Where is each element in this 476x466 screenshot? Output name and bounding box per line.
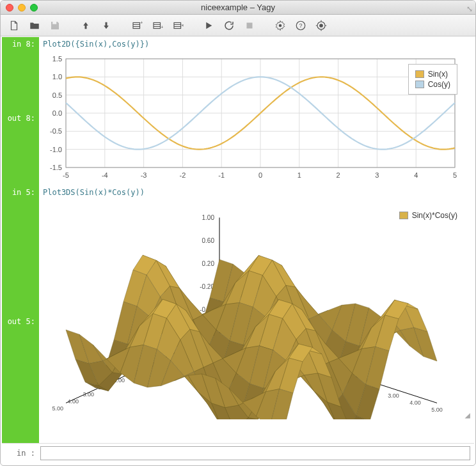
plot2d-legend: Sin(x) Cos(y) [408,64,457,95]
cell-gutter: out 8: [2,51,39,185]
svg-text:5: 5 [453,171,457,179]
command-input[interactable] [40,446,470,460]
svg-text:0.20: 0.20 [202,260,215,267]
cell-out-5: out 5: -1.00-0.60-0.200.200.601.00-5.00-… [2,199,474,443]
svg-text:-4: -4 [102,171,108,179]
cell-in-8: in 8: Plot2D({Sin(x),Cos(y)}) [2,37,474,51]
move-up-button[interactable] [77,17,94,34]
cell-gutter: in 5: [2,185,39,199]
svg-rect-0 [133,22,140,28]
svg-text:+: + [140,20,143,24]
titlebar: niceexample – Yagy ⤡ [1,1,475,15]
svg-text:+: + [161,25,163,29]
move-down-button[interactable] [98,17,115,34]
open-file-button[interactable] [26,17,43,34]
legend-item-sin: Sin(x) [415,70,450,79]
stop-button[interactable] [241,17,258,34]
toolbar: + + × ? [1,15,475,36]
reload-button[interactable] [221,17,237,34]
svg-text:5.00: 5.00 [52,405,63,412]
cell-code[interactable]: Plot3DS(Sin(x)*Cos(y)) [39,185,474,199]
insert-above-button[interactable]: + [129,17,145,34]
svg-text:3.00: 3.00 [388,392,399,399]
help-button[interactable]: ? [292,17,309,34]
settings-button[interactable] [272,17,289,34]
run-button[interactable] [200,17,217,34]
window-controls [6,4,38,12]
target-button[interactable] [313,17,329,34]
cell-code[interactable]: Plot2D({Sin(x),Cos(y)}) [39,37,474,51]
plot2d-output[interactable]: -5-4-3-2-1012345-1.5-1.0-0.50.00.51.01.5… [39,51,474,185]
pane-resize-icon[interactable]: ◢ [465,410,470,420]
save-button[interactable] [47,17,63,34]
svg-rect-4 [154,22,161,28]
legend-label: Cos(y) [428,80,450,89]
legend-label: Sin(x) [428,70,448,79]
legend-item-cos: Cos(y) [415,80,450,89]
svg-point-17 [320,24,323,27]
svg-text:4.00: 4.00 [67,398,79,405]
legend-swatch [415,70,424,78]
svg-text:4: 4 [414,171,418,179]
plot2d-svg: -5-4-3-2-1012345-1.5-1.0-0.50.00.51.01.5 [40,54,463,182]
legend-swatch [399,212,408,219]
svg-text:3.00: 3.00 [83,391,94,398]
close-icon[interactable] [6,4,13,12]
svg-text:2: 2 [337,171,340,179]
legend-swatch [415,81,424,88]
zoom-icon[interactable] [30,4,38,12]
svg-text:-1: -1 [218,171,225,179]
svg-text:0.60: 0.60 [202,237,215,244]
plot3d-legend: Sin(x)*Cos(y) [399,211,457,220]
minimize-icon[interactable] [18,4,26,12]
resize-grip-icon[interactable]: ⤡ [466,4,473,13]
svg-text:×: × [181,22,184,27]
svg-text:1: 1 [298,171,301,179]
delete-cell-button[interactable]: × [170,17,186,34]
svg-text:-1.0: -1.0 [50,146,62,153]
cell-out-8: out 8: -5-4-3-2-1012345-1.5-1.0-0.50.00.… [2,51,474,185]
window-title: niceexample – Yagy [1,3,475,12]
svg-point-13 [279,24,282,27]
workspace: in 8: Plot2D({Sin(x),Cos(y)}) out 8: -5-… [2,37,474,463]
svg-text:1.5: 1.5 [52,55,62,63]
svg-text:-0.5: -0.5 [50,127,62,135]
svg-rect-8 [174,22,181,28]
cell-list: in 8: Plot2D({Sin(x),Cos(y)}) out 8: -5-… [2,37,474,443]
svg-text:-5: -5 [63,171,69,179]
svg-text:0: 0 [258,171,262,179]
svg-text:-1.5: -1.5 [50,164,62,171]
svg-text:0.5: 0.5 [52,91,62,99]
svg-text:?: ? [299,22,302,29]
svg-rect-12 [247,22,253,28]
legend-label: Sin(x)*Cos(y) [412,211,457,220]
svg-text:4.00: 4.00 [409,400,421,406]
input-prompt: in : [2,444,39,463]
insert-below-button[interactable]: + [149,17,166,34]
cell-gutter: in 8: [2,37,39,51]
svg-text:3: 3 [375,171,379,179]
new-file-button[interactable] [6,17,22,34]
svg-text:1.0: 1.0 [52,73,62,81]
plot3d-svg: -1.00-0.60-0.200.200.601.00-5.00-4.00-3.… [40,202,463,419]
cell-in-5: in 5: Plot3DS(Sin(x)*Cos(y)) [2,185,474,199]
cell-gutter: out 5: [2,199,39,443]
svg-text:0.0: 0.0 [52,109,62,117]
svg-text:5.00: 5.00 [431,407,443,413]
input-bar: in : [2,443,474,463]
plot3d-output[interactable]: -1.00-0.60-0.200.200.601.00-5.00-4.00-3.… [39,199,474,443]
svg-text:-2: -2 [180,171,186,179]
svg-text:1.00: 1.00 [202,214,215,221]
svg-text:-3: -3 [141,171,147,179]
